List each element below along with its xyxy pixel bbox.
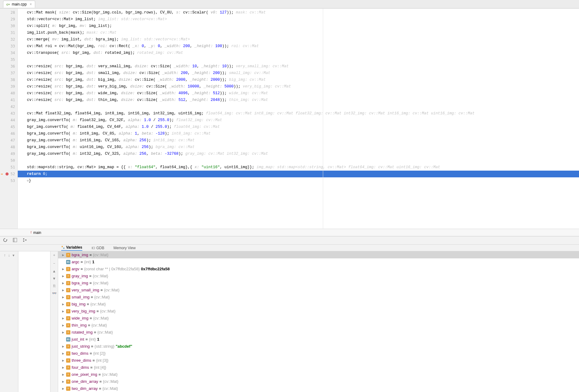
variable-row[interactable]: ▶≡ bgra_img = {cv::Mat}: [58, 251, 579, 258]
code-line[interactable]: [18, 103, 579, 110]
code-line[interactable]: std::map<std::string, cv::Mat> img_map =…: [18, 164, 579, 171]
copy-icon[interactable]: ⎘: [53, 284, 55, 288]
variable-row[interactable]: ▶≡ three_dims = {int [3]}: [58, 357, 579, 364]
up-icon[interactable]: ▲: [52, 269, 56, 273]
variable-row[interactable]: ▶≡ four_dims = {int [4]}: [58, 364, 579, 371]
gutter-line[interactable]: 51: [0, 164, 17, 171]
frame-down-icon[interactable]: ↓: [8, 253, 10, 257]
gutter-line[interactable]: 29: [0, 16, 17, 23]
gutter-line[interactable]: 32: [0, 36, 17, 43]
glasses-icon[interactable]: 👓: [52, 291, 57, 295]
gutter-line[interactable]: 50: [0, 157, 17, 164]
code-line[interactable]: ⊖}: [18, 177, 579, 184]
variable-row[interactable]: ▶≡ small_img = {cv::Mat}: [58, 294, 579, 301]
code-line[interactable]: cv::transpose( src: bgr_img, dst: rotate…: [18, 50, 579, 56]
expand-arrow-icon[interactable]: ▶: [61, 268, 65, 271]
expand-arrow-icon[interactable]: ▶: [61, 303, 65, 306]
expand-arrow-icon[interactable]: ▶: [61, 380, 65, 383]
breadcrumb-function[interactable]: main: [33, 231, 41, 235]
tab-gdb[interactable]: GDB: [92, 246, 104, 250]
gutter-line[interactable]: 39: [0, 83, 17, 90]
variable-row[interactable]: ▶≡ very_big_img = {cv::Mat}: [58, 308, 579, 315]
gutter-line[interactable]: 41: [0, 97, 17, 103]
variable-row[interactable]: ▶≡ one_dim_array = {cv::Mat}: [58, 378, 579, 385]
expand-arrow-icon[interactable]: ▶: [61, 324, 65, 327]
down-icon[interactable]: ▼: [52, 276, 56, 281]
variable-row[interactable]: ▶≡ big_img = {cv::Mat}: [58, 301, 579, 308]
code-line[interactable]: bgra_img.convertTo( m: uint16_img, CV_16…: [18, 144, 579, 150]
code-line[interactable]: cv::Mat mask( size: cv::Size(bgr_img.col…: [18, 9, 579, 16]
code-line[interactable]: cv::resize( src: bgr_img, dst: big_img, …: [18, 76, 579, 83]
add-watch-icon[interactable]: ＋: [52, 253, 56, 258]
gutter-line[interactable]: 53: [0, 177, 17, 184]
tab-memory-view[interactable]: Memory View: [114, 246, 136, 250]
gutter-line[interactable]: 34: [0, 50, 17, 56]
gutter-line[interactable]: 33: [0, 43, 17, 50]
code-line[interactable]: std::vector<cv::Mat> img_list; img_list:…: [18, 16, 579, 23]
frame-up-icon[interactable]: ↑: [4, 253, 6, 257]
expand-arrow-icon[interactable]: ▶: [61, 331, 65, 334]
gutter-line[interactable]: 36: [0, 63, 17, 70]
gutter-line[interactable]: 43: [0, 110, 17, 117]
tab-variables[interactable]: Variables: [61, 245, 82, 251]
code-line[interactable]: cv::split( m: bgr_img, mv: img_list);: [18, 23, 579, 29]
expand-arrow-icon[interactable]: ▶: [61, 387, 65, 390]
expand-arrow-icon[interactable]: ▶: [61, 373, 65, 376]
variable-row[interactable]: 01 just_int = {int} 1: [58, 336, 579, 343]
variable-row[interactable]: ▶≡ gray_img = {cv::Mat}: [58, 272, 579, 279]
code-line[interactable]: cv::resize( src: bgr_img, dst: thin_img,…: [18, 97, 579, 103]
variable-row[interactable]: ▶≡ very_small_img = {cv::Mat}: [58, 287, 579, 294]
code-line[interactable]: [18, 157, 579, 164]
code-line[interactable]: cv::Mat float32_img, float64_img, int8_i…: [18, 110, 579, 117]
code-line[interactable]: bgra_img.convertTo( m: int8_img, CV_8S, …: [18, 130, 579, 137]
variable-row[interactable]: ▶≡ argv = {const char ** | 0x7ffdbc22fa5…: [58, 265, 579, 272]
threads-icon[interactable]: [23, 238, 28, 243]
variable-row[interactable]: ▶≡ wide_img = {cv::Mat}: [58, 315, 579, 322]
code-line[interactable]: gray_img.convertTo( m: int32_img, CV_32S…: [18, 150, 579, 157]
code-line[interactable]: gray_img.convertTo( m: int16_img, CV_16S…: [18, 137, 579, 144]
frame-more-icon[interactable]: ▾: [13, 253, 14, 257]
code-line[interactable]: cv::resize( src: bgr_img, dst: very_smal…: [18, 63, 579, 70]
expand-arrow-icon[interactable]: ▶: [61, 366, 65, 369]
expand-arrow-icon[interactable]: ▶: [61, 296, 65, 299]
gutter-line[interactable]: 35: [0, 56, 17, 63]
remove-watch-icon[interactable]: －: [52, 261, 56, 266]
variable-row[interactable]: ▶≡ one_pixel_img = {cv::Mat}: [58, 371, 579, 378]
breakpoint-dot-icon[interactable]: [6, 172, 9, 176]
code-line[interactable]: [18, 56, 579, 63]
restart-icon[interactable]: [3, 238, 8, 243]
expand-arrow-icon[interactable]: ▶: [61, 359, 65, 362]
code-line[interactable]: img_list.push_back(mask); mask: cv::Mat: [18, 29, 579, 36]
gutter-line[interactable]: 28: [0, 9, 17, 16]
code-line[interactable]: cv::resize( src: bgr_img, dst: wide_img,…: [18, 90, 579, 97]
gutter-line[interactable]: 37: [0, 70, 17, 76]
gutter-line[interactable]: 45: [0, 124, 17, 130]
expand-arrow-icon[interactable]: ▶: [61, 310, 65, 313]
expand-arrow-icon[interactable]: ▶: [61, 345, 65, 348]
expand-arrow-icon[interactable]: ▶: [61, 282, 65, 285]
variable-row[interactable]: ▶≡ thin_img = {cv::Mat}: [58, 322, 579, 329]
variable-row[interactable]: ▶≡ rotated_img = {cv::Mat}: [58, 329, 579, 336]
gutter-line[interactable]: 30: [0, 23, 17, 29]
code-line[interactable]: gray_img.convertTo( m: float32_img, CV_3…: [18, 117, 579, 124]
variable-row[interactable]: ▶≡ two_dims = {int [2]}: [58, 350, 579, 357]
gutter-line[interactable]: 38: [0, 76, 17, 83]
code-line[interactable]: cv::merge( mv: img_list, dst: bgra_img);…: [18, 36, 579, 43]
variable-row[interactable]: ▶≡ just_string = {std::string} "abcdef": [58, 343, 579, 350]
expand-arrow-icon[interactable]: ▶: [61, 275, 65, 278]
variable-row[interactable]: ▶≡ two_dim_array = {cv::Mat}: [58, 385, 579, 392]
gutter-line[interactable]: 42: [0, 103, 17, 110]
variables-tree[interactable]: ▶≡ bgra_img = {cv::Mat}01 argc = {int} 1…: [58, 251, 579, 392]
variable-row[interactable]: 01 argc = {int} 1: [58, 258, 579, 265]
code-line[interactable]: cv::resize( src: bgr_img, dst: very_big_…: [18, 83, 579, 90]
gutter-line[interactable]: 31: [0, 29, 17, 36]
close-tab-icon[interactable]: ×: [30, 2, 32, 6]
code-line[interactable]: cv::Mat roi = cv::Mat(bgr_img, roi: cv::…: [18, 43, 579, 50]
expand-arrow-icon[interactable]: ▶: [61, 289, 65, 292]
code-editor[interactable]: cv::Mat mask( size: cv::Size(bgr_img.col…: [18, 9, 579, 229]
gutter-line[interactable]: 46: [0, 130, 17, 137]
expand-arrow-icon[interactable]: ▶: [61, 352, 65, 355]
expand-arrow-icon[interactable]: ▶: [61, 317, 65, 320]
gutter-line[interactable]: 47: [0, 137, 17, 144]
gutter-line[interactable]: 40: [0, 90, 17, 97]
